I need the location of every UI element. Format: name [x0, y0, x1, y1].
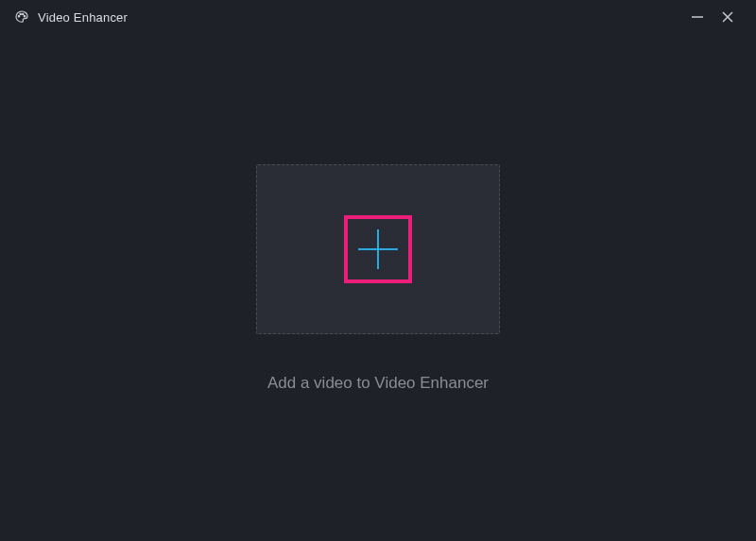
main-area: Add a video to Video Enhancer	[0, 34, 756, 541]
minimize-icon	[690, 9, 705, 25]
video-dropzone[interactable]	[256, 164, 500, 334]
close-button[interactable]	[713, 7, 743, 27]
svg-point-1	[20, 13, 21, 14]
close-icon	[720, 9, 735, 25]
palette-icon	[13, 8, 30, 25]
minimize-button[interactable]	[682, 7, 713, 27]
instruction-text: Add a video to Video Enhancer	[267, 374, 489, 393]
content-wrap: Add a video to Video Enhancer	[256, 164, 500, 393]
plus-icon	[356, 228, 400, 271]
titlebar: Video Enhancer	[0, 0, 756, 34]
svg-point-2	[23, 13, 24, 14]
add-video-button[interactable]	[344, 215, 412, 283]
app-title: Video Enhancer	[38, 10, 128, 25]
svg-point-0	[18, 16, 19, 17]
svg-point-3	[24, 16, 25, 17]
